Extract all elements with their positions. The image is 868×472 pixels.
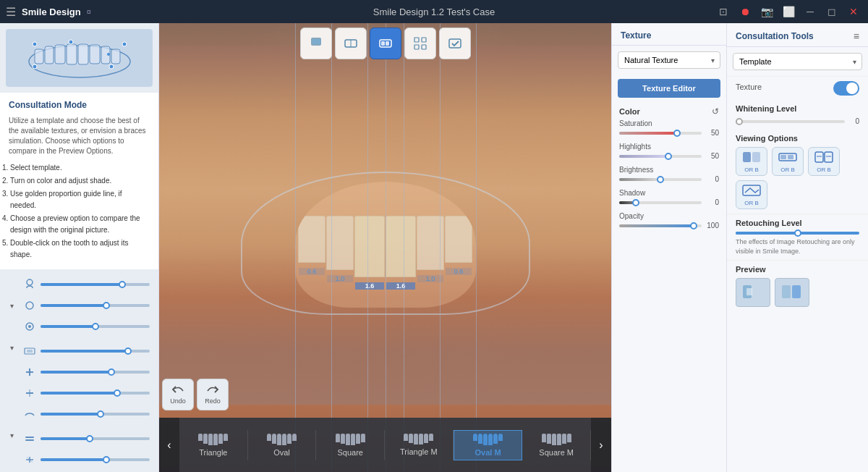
texture-toggle[interactable] [833,81,859,96]
consultation-mode-panel: Consultation Mode Utilize a template and… [0,93,158,269]
slider-track-1[interactable] [41,283,150,286]
svg-rect-3 [55,45,65,64]
retouching-note: The effects of Image Retouching are only… [736,237,859,256]
slider-track-6[interactable] [41,392,150,395]
camera-btn[interactable]: 📷 [758,3,775,20]
slider-track-4[interactable] [41,350,150,353]
group-toggle-3[interactable]: ▾ [6,429,17,441]
tool-approve[interactable] [439,28,471,59]
tooth-type-triangle-m[interactable]: Triangle M [385,430,454,460]
opacity-slider[interactable] [619,224,702,227]
texture-panel: Texture Natural Texture Porcelain Cerami… [611,23,727,472]
svg-point-13 [33,64,37,69]
whitening-slider[interactable] [736,120,845,123]
slider-row-2 [19,296,153,315]
group-toggle-1[interactable]: ▾ [6,300,17,311]
viewing-icons-grid: OR B OR B [736,147,859,209]
app-name: Smile Design [22,7,81,17]
left-panel: i [0,23,159,472]
group-toggle-2[interactable]: ▾ [6,342,17,353]
title-bar: ☰ Smile Design ¤ Smile Design 1.2 Test's… [0,0,868,23]
brightness-slider[interactable] [619,178,702,181]
slider-icon-4 [22,343,38,359]
viewing-options-section: Viewing Options OR B OR B [727,130,868,214]
texture-select-area: Natural Texture Porcelain Ceramic Zircon… [618,51,720,69]
slider-row-9 [19,450,153,469]
slider-icon-6 [22,385,38,401]
refresh-color-button[interactable]: ↺ [712,106,719,117]
tool-patient[interactable] [300,28,332,59]
svg-rect-59 [746,288,752,295]
texture-dropdown[interactable]: Natural Texture Porcelain Ceramic Zircon… [618,51,720,69]
slider-track-2[interactable] [41,304,150,307]
svg-rect-49 [752,152,760,162]
svg-point-16 [26,302,33,309]
svg-point-9 [33,42,37,46]
retouching-slider[interactable] [736,232,859,235]
version-icon[interactable]: ¤ [87,7,91,16]
tool-smile[interactable] [370,28,401,59]
tooth-type-oval[interactable]: Oval [248,430,317,460]
maximize-btn[interactable]: ◻ [823,3,841,20]
tooth-nav-next[interactable]: › [591,418,611,472]
saturation-value: 50 [705,129,719,137]
tooth-type-triangle[interactable]: Triangle [179,430,248,460]
center-viewport[interactable]: 0.6 1.0 1.6 1.6 1.0 0.6 [159,23,611,472]
preview-thumb-2[interactable] [775,278,809,307]
template-dropdown[interactable]: Template Template A Template B [733,53,862,70]
brightness-row: 0 [619,175,719,183]
svg-rect-61 [792,285,801,298]
undo-redo-area: Undo Redo [162,379,229,410]
ct-menu-icon[interactable]: ≡ [854,30,859,42]
redo-button[interactable]: Redo [197,379,229,410]
share-btn[interactable]: ⬜ [780,3,797,20]
view-icon-3[interactable]: OR B [808,147,840,176]
svg-rect-4 [67,44,77,64]
tooth-type-oval-m[interactable]: Oval M [454,430,523,460]
svg-rect-46 [422,45,426,49]
svg-rect-1 [35,49,43,64]
menu-icon[interactable]: ☰ [6,5,16,19]
brightness-value: 0 [705,175,719,183]
viewing-options-label: Viewing Options [736,134,859,143]
tool-front[interactable] [335,28,367,59]
texture-toggle-label: Texture [736,83,762,91]
shadow-slider[interactable] [619,201,702,204]
svg-rect-41 [381,41,385,46]
view-icon-4[interactable]: OR B [736,180,767,209]
slider-track-7[interactable] [41,413,150,416]
whitening-value: 0 [848,117,859,125]
slider-track-3[interactable] [41,325,150,328]
highlights-slider[interactable] [619,155,702,158]
step-4: Choose a preview option to compare the d… [10,213,150,236]
tool-grid[interactable] [404,28,436,59]
shadow-value: 0 [705,198,719,206]
consultation-steps: Select template. Turn on color and adjus… [9,162,150,261]
close-btn[interactable]: ✕ [845,3,862,20]
minimize-btn[interactable]: ─ [801,3,819,20]
slider-track-8[interactable] [41,437,150,440]
saturation-slider[interactable] [619,132,702,135]
template-select-area: Template Template A Template B [733,53,862,70]
tooth-type-square[interactable]: Square [316,430,385,460]
view-icon-1[interactable]: OR B [736,147,767,176]
ct-title: Consultation Tools [736,31,814,41]
slider-track-5[interactable] [41,371,150,374]
tooth-nav-prev[interactable]: ‹ [159,418,179,472]
slider-row-1 [19,275,153,294]
svg-rect-26 [25,439,34,441]
preview-thumb-1[interactable] [736,278,770,307]
color-title: Color [619,107,640,116]
highlights-row: 50 [619,152,719,160]
tooth-type-square-m[interactable]: Square M [522,430,591,460]
svg-rect-54 [825,152,833,162]
undo-button[interactable]: Undo [162,379,194,410]
whitening-label: Whitening Level [736,104,859,113]
texture-editor-button[interactable]: Texture Editor [618,79,720,98]
screen-btn[interactable]: ⊡ [715,3,732,20]
svg-rect-43 [414,38,419,42]
slider-track-9[interactable] [41,458,150,461]
view-icon-2[interactable]: OR B [772,147,804,176]
svg-rect-42 [386,41,389,46]
record-btn[interactable]: ⏺ [736,3,754,20]
